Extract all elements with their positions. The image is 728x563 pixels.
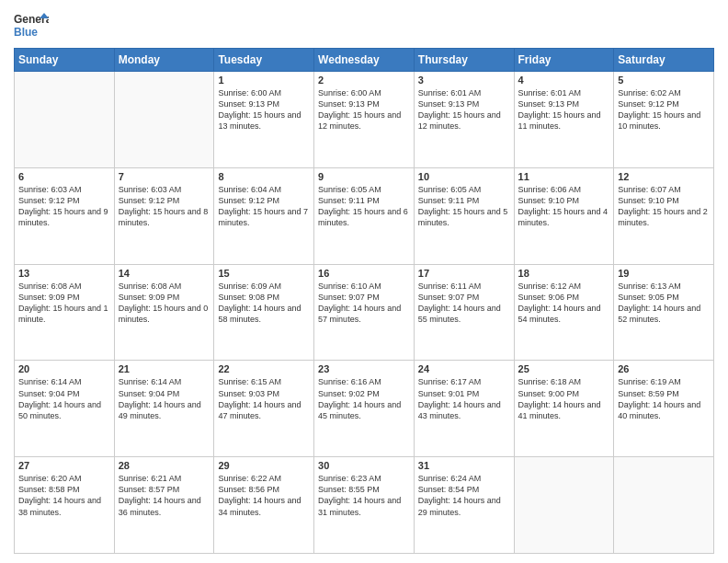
calendar-week-row: 20Sunrise: 6:14 AM Sunset: 9:04 PM Dayli…	[15, 361, 714, 457]
day-info: Sunrise: 6:01 AM Sunset: 9:13 PM Dayligh…	[518, 87, 610, 132]
day-number: 18	[518, 268, 610, 279]
day-number: 14	[119, 268, 210, 279]
calendar-cell: 15Sunrise: 6:09 AM Sunset: 9:08 PM Dayli…	[214, 264, 314, 361]
calendar-cell: 10Sunrise: 6:05 AM Sunset: 9:11 PM Dayli…	[414, 167, 514, 264]
calendar-header-saturday: Saturday	[614, 49, 714, 72]
day-number: 21	[119, 363, 210, 374]
day-number: 29	[218, 460, 310, 471]
day-number: 24	[418, 363, 510, 374]
calendar-cell	[15, 72, 115, 168]
day-info: Sunrise: 6:00 AM Sunset: 9:13 PM Dayligh…	[218, 87, 310, 132]
calendar-cell: 6Sunrise: 6:03 AM Sunset: 9:12 PM Daylig…	[15, 167, 115, 264]
day-info: Sunrise: 6:22 AM Sunset: 8:56 PM Dayligh…	[218, 473, 310, 518]
calendar-cell	[114, 72, 214, 168]
calendar-cell: 23Sunrise: 6:16 AM Sunset: 9:02 PM Dayli…	[314, 361, 415, 457]
header: General Blue	[14, 9, 714, 42]
calendar-header-monday: Monday	[114, 49, 214, 72]
day-number: 15	[218, 268, 310, 279]
calendar-cell	[614, 457, 714, 554]
calendar-cell: 1Sunrise: 6:00 AM Sunset: 9:13 PM Daylig…	[214, 72, 314, 168]
calendar-cell: 29Sunrise: 6:22 AM Sunset: 8:56 PM Dayli…	[214, 457, 314, 554]
day-info: Sunrise: 6:04 AM Sunset: 9:12 PM Dayligh…	[218, 184, 310, 229]
calendar-header-row: SundayMondayTuesdayWednesdayThursdayFrid…	[15, 49, 714, 72]
calendar-cell: 2Sunrise: 6:00 AM Sunset: 9:13 PM Daylig…	[314, 72, 415, 168]
day-number: 28	[119, 460, 210, 471]
day-info: Sunrise: 6:02 AM Sunset: 9:12 PM Dayligh…	[618, 87, 710, 132]
calendar-cell: 14Sunrise: 6:08 AM Sunset: 9:09 PM Dayli…	[114, 264, 214, 361]
calendar-cell: 3Sunrise: 6:01 AM Sunset: 9:13 PM Daylig…	[414, 72, 514, 168]
day-info: Sunrise: 6:05 AM Sunset: 9:11 PM Dayligh…	[318, 184, 410, 229]
day-info: Sunrise: 6:01 AM Sunset: 9:13 PM Dayligh…	[418, 87, 510, 132]
calendar-cell: 7Sunrise: 6:03 AM Sunset: 9:12 PM Daylig…	[114, 167, 214, 264]
day-info: Sunrise: 6:20 AM Sunset: 8:58 PM Dayligh…	[18, 473, 110, 518]
calendar-week-row: 1Sunrise: 6:00 AM Sunset: 9:13 PM Daylig…	[15, 72, 714, 168]
day-info: Sunrise: 6:11 AM Sunset: 9:07 PM Dayligh…	[418, 281, 510, 326]
day-number: 22	[218, 363, 310, 374]
calendar-cell: 28Sunrise: 6:21 AM Sunset: 8:57 PM Dayli…	[114, 457, 214, 554]
day-info: Sunrise: 6:15 AM Sunset: 9:03 PM Dayligh…	[218, 376, 310, 421]
calendar-cell: 13Sunrise: 6:08 AM Sunset: 9:09 PM Dayli…	[15, 264, 115, 361]
day-number: 17	[418, 268, 510, 279]
calendar-cell: 22Sunrise: 6:15 AM Sunset: 9:03 PM Dayli…	[214, 361, 314, 457]
day-number: 23	[318, 363, 410, 374]
calendar-cell: 17Sunrise: 6:11 AM Sunset: 9:07 PM Dayli…	[414, 264, 514, 361]
calendar-header-friday: Friday	[514, 49, 614, 72]
calendar-cell: 5Sunrise: 6:02 AM Sunset: 9:12 PM Daylig…	[614, 72, 714, 168]
day-info: Sunrise: 6:08 AM Sunset: 9:09 PM Dayligh…	[18, 281, 110, 326]
day-number: 4	[518, 75, 610, 86]
day-number: 3	[418, 75, 510, 86]
day-info: Sunrise: 6:18 AM Sunset: 9:00 PM Dayligh…	[518, 376, 610, 421]
day-number: 2	[318, 75, 410, 86]
day-number: 13	[18, 268, 110, 279]
day-number: 1	[218, 75, 310, 86]
day-number: 9	[318, 171, 410, 182]
calendar-cell: 30Sunrise: 6:23 AM Sunset: 8:55 PM Dayli…	[314, 457, 415, 554]
day-number: 25	[518, 363, 610, 374]
day-number: 11	[518, 171, 610, 182]
calendar-week-row: 27Sunrise: 6:20 AM Sunset: 8:58 PM Dayli…	[15, 457, 714, 554]
day-number: 19	[618, 268, 710, 279]
day-info: Sunrise: 6:24 AM Sunset: 8:54 PM Dayligh…	[418, 473, 510, 518]
day-number: 7	[119, 171, 210, 182]
logo: General Blue	[14, 9, 49, 42]
day-number: 31	[418, 460, 510, 471]
day-info: Sunrise: 6:05 AM Sunset: 9:11 PM Dayligh…	[418, 184, 510, 229]
calendar-header-wednesday: Wednesday	[314, 49, 415, 72]
calendar-cell: 26Sunrise: 6:19 AM Sunset: 8:59 PM Dayli…	[614, 361, 714, 457]
day-info: Sunrise: 6:16 AM Sunset: 9:02 PM Dayligh…	[318, 376, 410, 421]
day-info: Sunrise: 6:23 AM Sunset: 8:55 PM Dayligh…	[318, 473, 410, 518]
svg-text:Blue: Blue	[14, 26, 38, 39]
day-number: 20	[18, 363, 110, 374]
day-number: 10	[418, 171, 510, 182]
day-number: 8	[218, 171, 310, 182]
calendar-week-row: 13Sunrise: 6:08 AM Sunset: 9:09 PM Dayli…	[15, 264, 714, 361]
calendar-cell: 9Sunrise: 6:05 AM Sunset: 9:11 PM Daylig…	[314, 167, 415, 264]
calendar-cell: 12Sunrise: 6:07 AM Sunset: 9:10 PM Dayli…	[614, 167, 714, 264]
day-info: Sunrise: 6:03 AM Sunset: 9:12 PM Dayligh…	[18, 184, 110, 229]
calendar-cell: 31Sunrise: 6:24 AM Sunset: 8:54 PM Dayli…	[414, 457, 514, 554]
calendar-header-thursday: Thursday	[414, 49, 514, 72]
calendar-cell: 11Sunrise: 6:06 AM Sunset: 9:10 PM Dayli…	[514, 167, 614, 264]
calendar-cell: 16Sunrise: 6:10 AM Sunset: 9:07 PM Dayli…	[314, 264, 415, 361]
calendar-cell: 4Sunrise: 6:01 AM Sunset: 9:13 PM Daylig…	[514, 72, 614, 168]
day-number: 6	[18, 171, 110, 182]
calendar-cell	[514, 457, 614, 554]
calendar-cell: 8Sunrise: 6:04 AM Sunset: 9:12 PM Daylig…	[214, 167, 314, 264]
day-info: Sunrise: 6:07 AM Sunset: 9:10 PM Dayligh…	[618, 184, 710, 229]
calendar-cell: 24Sunrise: 6:17 AM Sunset: 9:01 PM Dayli…	[414, 361, 514, 457]
day-number: 5	[618, 75, 710, 86]
day-number: 26	[618, 363, 710, 374]
day-info: Sunrise: 6:14 AM Sunset: 9:04 PM Dayligh…	[119, 376, 210, 421]
day-info: Sunrise: 6:08 AM Sunset: 9:09 PM Dayligh…	[119, 281, 210, 326]
calendar-header-tuesday: Tuesday	[214, 49, 314, 72]
day-number: 16	[318, 268, 410, 279]
day-number: 12	[618, 171, 710, 182]
calendar-cell: 27Sunrise: 6:20 AM Sunset: 8:58 PM Dayli…	[15, 457, 115, 554]
logo-svg: General Blue	[14, 9, 49, 42]
calendar-cell: 25Sunrise: 6:18 AM Sunset: 9:00 PM Dayli…	[514, 361, 614, 457]
calendar-cell: 18Sunrise: 6:12 AM Sunset: 9:06 PM Dayli…	[514, 264, 614, 361]
day-info: Sunrise: 6:10 AM Sunset: 9:07 PM Dayligh…	[318, 281, 410, 326]
day-info: Sunrise: 6:03 AM Sunset: 9:12 PM Dayligh…	[119, 184, 210, 229]
day-info: Sunrise: 6:13 AM Sunset: 9:05 PM Dayligh…	[618, 281, 710, 326]
day-info: Sunrise: 6:00 AM Sunset: 9:13 PM Dayligh…	[318, 87, 410, 132]
